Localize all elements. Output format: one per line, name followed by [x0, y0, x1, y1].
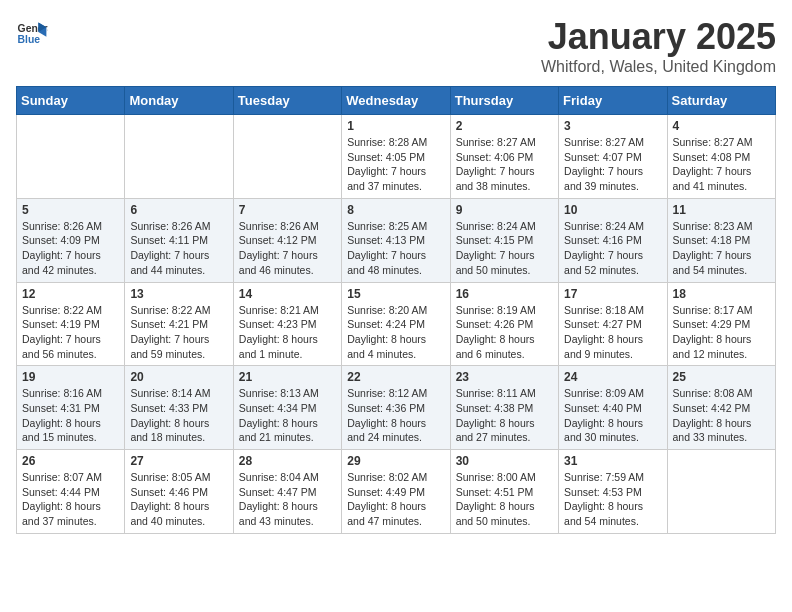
calendar-cell: 12Sunrise: 8:22 AM Sunset: 4:19 PM Dayli… — [17, 282, 125, 366]
day-number: 25 — [673, 370, 770, 384]
day-number: 13 — [130, 287, 227, 301]
calendar-cell: 30Sunrise: 8:00 AM Sunset: 4:51 PM Dayli… — [450, 450, 558, 534]
calendar-cell — [125, 115, 233, 199]
calendar-header-row: SundayMondayTuesdayWednesdayThursdayFrid… — [17, 87, 776, 115]
calendar-cell: 5Sunrise: 8:26 AM Sunset: 4:09 PM Daylig… — [17, 198, 125, 282]
day-number: 15 — [347, 287, 444, 301]
calendar-cell — [17, 115, 125, 199]
calendar-cell: 20Sunrise: 8:14 AM Sunset: 4:33 PM Dayli… — [125, 366, 233, 450]
calendar-cell: 13Sunrise: 8:22 AM Sunset: 4:21 PM Dayli… — [125, 282, 233, 366]
day-number: 2 — [456, 119, 553, 133]
day-number: 1 — [347, 119, 444, 133]
calendar-header-tuesday: Tuesday — [233, 87, 341, 115]
day-detail: Sunrise: 8:16 AM Sunset: 4:31 PM Dayligh… — [22, 386, 119, 445]
calendar-cell: 21Sunrise: 8:13 AM Sunset: 4:34 PM Dayli… — [233, 366, 341, 450]
calendar-cell: 16Sunrise: 8:19 AM Sunset: 4:26 PM Dayli… — [450, 282, 558, 366]
calendar-header-saturday: Saturday — [667, 87, 775, 115]
calendar-table: SundayMondayTuesdayWednesdayThursdayFrid… — [16, 86, 776, 534]
day-detail: Sunrise: 8:22 AM Sunset: 4:19 PM Dayligh… — [22, 303, 119, 362]
calendar-cell: 1Sunrise: 8:28 AM Sunset: 4:05 PM Daylig… — [342, 115, 450, 199]
day-detail: Sunrise: 8:25 AM Sunset: 4:13 PM Dayligh… — [347, 219, 444, 278]
day-detail: Sunrise: 8:23 AM Sunset: 4:18 PM Dayligh… — [673, 219, 770, 278]
day-detail: Sunrise: 8:24 AM Sunset: 4:15 PM Dayligh… — [456, 219, 553, 278]
day-detail: Sunrise: 8:05 AM Sunset: 4:46 PM Dayligh… — [130, 470, 227, 529]
day-number: 14 — [239, 287, 336, 301]
calendar-cell: 7Sunrise: 8:26 AM Sunset: 4:12 PM Daylig… — [233, 198, 341, 282]
day-detail: Sunrise: 8:13 AM Sunset: 4:34 PM Dayligh… — [239, 386, 336, 445]
calendar-cell: 3Sunrise: 8:27 AM Sunset: 4:07 PM Daylig… — [559, 115, 667, 199]
day-detail: Sunrise: 8:04 AM Sunset: 4:47 PM Dayligh… — [239, 470, 336, 529]
day-detail: Sunrise: 8:02 AM Sunset: 4:49 PM Dayligh… — [347, 470, 444, 529]
calendar-header-monday: Monday — [125, 87, 233, 115]
subtitle: Whitford, Wales, United Kingdom — [541, 58, 776, 76]
day-number: 23 — [456, 370, 553, 384]
calendar-cell: 14Sunrise: 8:21 AM Sunset: 4:23 PM Dayli… — [233, 282, 341, 366]
day-number: 12 — [22, 287, 119, 301]
day-number: 6 — [130, 203, 227, 217]
calendar-week-row: 1Sunrise: 8:28 AM Sunset: 4:05 PM Daylig… — [17, 115, 776, 199]
calendar-cell: 17Sunrise: 8:18 AM Sunset: 4:27 PM Dayli… — [559, 282, 667, 366]
calendar-cell: 8Sunrise: 8:25 AM Sunset: 4:13 PM Daylig… — [342, 198, 450, 282]
calendar-cell: 9Sunrise: 8:24 AM Sunset: 4:15 PM Daylig… — [450, 198, 558, 282]
day-number: 24 — [564, 370, 661, 384]
calendar-week-row: 19Sunrise: 8:16 AM Sunset: 4:31 PM Dayli… — [17, 366, 776, 450]
day-number: 28 — [239, 454, 336, 468]
calendar-cell: 15Sunrise: 8:20 AM Sunset: 4:24 PM Dayli… — [342, 282, 450, 366]
day-detail: Sunrise: 8:26 AM Sunset: 4:09 PM Dayligh… — [22, 219, 119, 278]
calendar-week-row: 5Sunrise: 8:26 AM Sunset: 4:09 PM Daylig… — [17, 198, 776, 282]
day-detail: Sunrise: 8:27 AM Sunset: 4:07 PM Dayligh… — [564, 135, 661, 194]
logo: General Blue — [16, 16, 48, 48]
calendar-header-wednesday: Wednesday — [342, 87, 450, 115]
day-number: 9 — [456, 203, 553, 217]
calendar-cell: 25Sunrise: 8:08 AM Sunset: 4:42 PM Dayli… — [667, 366, 775, 450]
calendar-cell: 29Sunrise: 8:02 AM Sunset: 4:49 PM Dayli… — [342, 450, 450, 534]
calendar-cell: 4Sunrise: 8:27 AM Sunset: 4:08 PM Daylig… — [667, 115, 775, 199]
calendar-cell: 24Sunrise: 8:09 AM Sunset: 4:40 PM Dayli… — [559, 366, 667, 450]
main-title: January 2025 — [541, 16, 776, 58]
calendar-header-sunday: Sunday — [17, 87, 125, 115]
day-detail: Sunrise: 8:27 AM Sunset: 4:06 PM Dayligh… — [456, 135, 553, 194]
day-number: 30 — [456, 454, 553, 468]
day-number: 3 — [564, 119, 661, 133]
calendar-cell: 2Sunrise: 8:27 AM Sunset: 4:06 PM Daylig… — [450, 115, 558, 199]
calendar-week-row: 26Sunrise: 8:07 AM Sunset: 4:44 PM Dayli… — [17, 450, 776, 534]
day-number: 4 — [673, 119, 770, 133]
day-number: 5 — [22, 203, 119, 217]
calendar-header-friday: Friday — [559, 87, 667, 115]
day-detail: Sunrise: 8:27 AM Sunset: 4:08 PM Dayligh… — [673, 135, 770, 194]
calendar-cell — [233, 115, 341, 199]
day-detail: Sunrise: 8:26 AM Sunset: 4:11 PM Dayligh… — [130, 219, 227, 278]
calendar-header-thursday: Thursday — [450, 87, 558, 115]
day-number: 26 — [22, 454, 119, 468]
calendar-cell: 6Sunrise: 8:26 AM Sunset: 4:11 PM Daylig… — [125, 198, 233, 282]
day-number: 16 — [456, 287, 553, 301]
day-detail: Sunrise: 8:26 AM Sunset: 4:12 PM Dayligh… — [239, 219, 336, 278]
calendar-cell: 11Sunrise: 8:23 AM Sunset: 4:18 PM Dayli… — [667, 198, 775, 282]
calendar-cell: 10Sunrise: 8:24 AM Sunset: 4:16 PM Dayli… — [559, 198, 667, 282]
day-detail: Sunrise: 8:17 AM Sunset: 4:29 PM Dayligh… — [673, 303, 770, 362]
day-detail: Sunrise: 8:11 AM Sunset: 4:38 PM Dayligh… — [456, 386, 553, 445]
calendar-cell: 19Sunrise: 8:16 AM Sunset: 4:31 PM Dayli… — [17, 366, 125, 450]
day-number: 18 — [673, 287, 770, 301]
day-number: 19 — [22, 370, 119, 384]
day-number: 17 — [564, 287, 661, 301]
day-detail: Sunrise: 8:09 AM Sunset: 4:40 PM Dayligh… — [564, 386, 661, 445]
day-number: 11 — [673, 203, 770, 217]
day-number: 21 — [239, 370, 336, 384]
calendar-cell — [667, 450, 775, 534]
title-area: January 2025 Whitford, Wales, United Kin… — [541, 16, 776, 76]
day-number: 7 — [239, 203, 336, 217]
day-detail: Sunrise: 8:20 AM Sunset: 4:24 PM Dayligh… — [347, 303, 444, 362]
day-detail: Sunrise: 8:08 AM Sunset: 4:42 PM Dayligh… — [673, 386, 770, 445]
day-detail: Sunrise: 8:19 AM Sunset: 4:26 PM Dayligh… — [456, 303, 553, 362]
day-detail: Sunrise: 8:24 AM Sunset: 4:16 PM Dayligh… — [564, 219, 661, 278]
day-number: 8 — [347, 203, 444, 217]
header: General Blue January 2025 Whitford, Wale… — [16, 16, 776, 76]
calendar-cell: 23Sunrise: 8:11 AM Sunset: 4:38 PM Dayli… — [450, 366, 558, 450]
logo-icon: General Blue — [16, 16, 48, 48]
calendar-week-row: 12Sunrise: 8:22 AM Sunset: 4:19 PM Dayli… — [17, 282, 776, 366]
day-number: 10 — [564, 203, 661, 217]
day-detail: Sunrise: 8:12 AM Sunset: 4:36 PM Dayligh… — [347, 386, 444, 445]
day-number: 27 — [130, 454, 227, 468]
svg-text:Blue: Blue — [18, 34, 41, 45]
